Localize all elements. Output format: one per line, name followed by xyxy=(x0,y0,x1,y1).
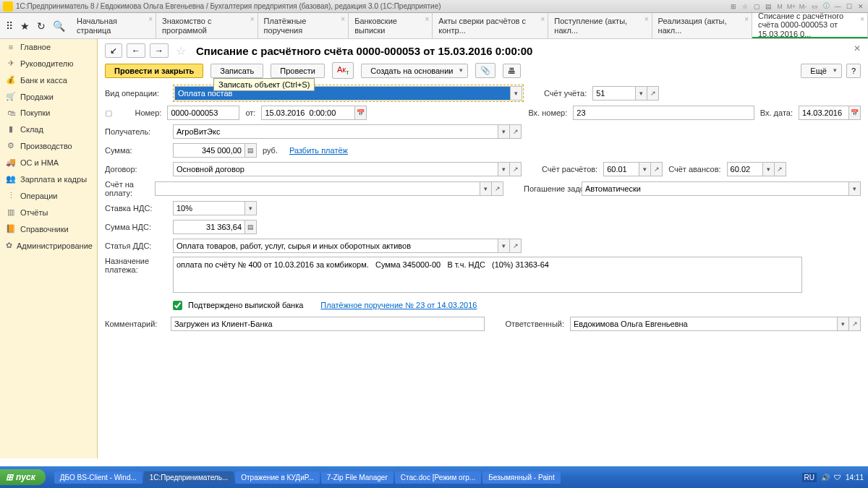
stavka-input[interactable] xyxy=(173,201,245,215)
help-button[interactable]: ? xyxy=(846,64,861,78)
create-based-button[interactable]: Создать на основании xyxy=(361,64,468,78)
calendar-icon[interactable]: 📅 xyxy=(849,106,861,120)
open-icon[interactable]: ↗ xyxy=(849,317,861,331)
open-icon[interactable]: ↗ xyxy=(492,181,503,196)
naznach-textarea[interactable] xyxy=(173,257,802,293)
tab[interactable]: Платёжные поручения× xyxy=(258,13,349,38)
open-icon[interactable]: ↗ xyxy=(651,162,663,176)
sidebar-item[interactable]: 🛍Покупки xyxy=(0,105,97,121)
sidebar-item[interactable]: ▮Склад xyxy=(0,121,97,137)
taskbar-item[interactable]: Отражение в КУДиР... xyxy=(235,471,320,484)
pogash-input[interactable] xyxy=(582,181,849,196)
schet-ucheta-input[interactable] xyxy=(592,86,636,100)
dropdown-icon[interactable]: ▾ xyxy=(498,162,510,176)
tab-close-icon[interactable]: × xyxy=(744,15,749,23)
sidebar-item[interactable]: 📙Справочники xyxy=(0,221,97,237)
sidebar-item[interactable]: 💰Банк и касса xyxy=(0,72,97,88)
start-button[interactable]: ⊞пуск xyxy=(0,469,46,485)
apps-icon[interactable]: ⠿ xyxy=(6,20,13,32)
tab[interactable]: Знакомство с программой× xyxy=(156,13,258,38)
sidebar-item[interactable]: 🛒Продажи xyxy=(0,88,97,105)
m-icon[interactable]: M xyxy=(775,2,784,11)
record-button[interactable]: Записать xyxy=(210,64,263,78)
tab[interactable]: Банковские выписки× xyxy=(349,13,433,38)
open-icon[interactable]: ↗ xyxy=(510,124,522,139)
open-icon[interactable]: ↗ xyxy=(647,86,659,100)
sidebar-item[interactable]: 👥Зарплата и кадры xyxy=(0,171,97,187)
star-icon[interactable]: ★ xyxy=(20,20,30,32)
history-icon[interactable]: ↻ xyxy=(37,20,46,32)
calendar-icon[interactable]: 📅 xyxy=(355,106,367,120)
sidebar-item[interactable]: 🚚ОС и НМА xyxy=(0,154,97,171)
clock[interactable]: 14:11 xyxy=(846,474,864,481)
more-button[interactable]: Ещё xyxy=(801,64,842,78)
sidebar-item[interactable]: ▥Отчёты xyxy=(0,204,97,221)
schetoplatu-input[interactable] xyxy=(155,181,480,196)
sidebar-item[interactable]: ✿Администрирование xyxy=(0,237,97,254)
tab[interactable]: Реализация (акты, накл...× xyxy=(652,13,752,38)
calc-icon[interactable]: ▤ xyxy=(245,220,257,234)
lang-indicator[interactable]: RU xyxy=(802,473,817,482)
dropdown-icon[interactable]: ▾ xyxy=(498,239,510,253)
sidebar-item[interactable]: ⚙Производство xyxy=(0,137,97,154)
sidebar-item[interactable]: ⋮Операции xyxy=(0,187,97,204)
m-minus-icon[interactable]: M- xyxy=(799,2,807,11)
taskbar-item[interactable]: Стас.doc [Режим огр... xyxy=(395,471,481,484)
komment-input[interactable] xyxy=(171,317,485,331)
summands-input[interactable] xyxy=(173,220,245,234)
post-button[interactable]: Провести xyxy=(271,64,325,78)
dropdown-icon[interactable]: ▾ xyxy=(245,201,257,215)
dropdown-icon[interactable]: ▾ xyxy=(639,162,651,176)
dropdown-icon[interactable]: ▾ xyxy=(498,124,510,139)
tab[interactable]: Поступление (акты, накл...× xyxy=(548,13,652,38)
tab-close-icon[interactable]: × xyxy=(148,15,153,23)
sidebar-item[interactable]: ✈Руководителю xyxy=(0,55,97,72)
tab-close-icon[interactable]: × xyxy=(425,15,429,23)
tab[interactable]: Акты сверки расчётов с контр...× xyxy=(433,13,548,38)
schet-rasch-input[interactable] xyxy=(603,162,639,176)
calc-icon[interactable]: ▤ xyxy=(245,143,257,158)
calc-icon[interactable]: ▤ xyxy=(764,2,773,11)
dropdown-icon[interactable]: ▾ xyxy=(636,86,647,100)
open-icon[interactable]: ↗ xyxy=(510,239,522,253)
taskbar-item[interactable]: ДБО BS-Client - Wind... xyxy=(54,471,142,484)
dropdown-icon[interactable]: ▾ xyxy=(838,317,849,331)
back-button[interactable]: ← xyxy=(127,43,145,58)
star-icon[interactable]: ☆ xyxy=(741,2,749,11)
tab-close-icon[interactable]: × xyxy=(341,15,345,23)
window-icon[interactable]: ▭ xyxy=(810,2,819,11)
reply-button[interactable]: ↙ xyxy=(105,43,122,58)
forward-button[interactable]: → xyxy=(150,43,169,58)
tray-icon[interactable]: 🛡 xyxy=(834,474,841,481)
tray-icon[interactable]: 🔊 xyxy=(821,474,830,481)
tab-close-icon[interactable]: × xyxy=(250,15,255,23)
dropdown-icon[interactable]: ▾ xyxy=(849,181,861,196)
date-input[interactable] xyxy=(261,106,355,120)
vhdata-input[interactable] xyxy=(799,106,849,120)
taskbar-item[interactable]: 1С:Предприниматель... xyxy=(144,471,234,484)
summa-input[interactable] xyxy=(173,143,245,158)
dropdown-icon[interactable]: ▾ xyxy=(763,162,775,176)
grid-icon[interactable]: ⊞ xyxy=(729,2,738,11)
nomer-input[interactable] xyxy=(167,106,239,120)
maximize-icon[interactable]: ☐ xyxy=(845,2,854,11)
taskbar-item[interactable]: 7-Zip File Manager xyxy=(321,471,393,484)
otvetstv-input[interactable] xyxy=(570,317,838,331)
info-icon[interactable]: ⓘ xyxy=(822,2,830,11)
minimize-icon[interactable]: — xyxy=(833,2,842,11)
m-plus-icon[interactable]: M+ xyxy=(787,2,796,11)
statya-input[interactable] xyxy=(173,239,498,253)
payment-order-link[interactable]: Платёжное поручение № 23 от 14.03.2016 xyxy=(320,301,477,309)
dogovor-input[interactable] xyxy=(173,162,498,176)
post-close-button[interactable]: Провести и закрыть xyxy=(105,64,203,78)
favorite-icon[interactable]: ☆ xyxy=(176,44,186,58)
tab-close-icon[interactable]: × xyxy=(540,15,545,23)
close-icon[interactable]: ✕ xyxy=(856,2,865,11)
tab-close-icon[interactable]: × xyxy=(860,15,864,23)
poluch-input[interactable] xyxy=(173,124,498,139)
print-button[interactable]: 🖶 xyxy=(503,64,521,78)
taskbar-item[interactable]: Безымянный - Paint xyxy=(482,471,560,484)
sidebar-item[interactable]: ≡Главное xyxy=(0,39,97,55)
vhnomer-input[interactable] xyxy=(573,106,754,120)
dt-kt-button[interactable]: Акт xyxy=(332,62,354,79)
